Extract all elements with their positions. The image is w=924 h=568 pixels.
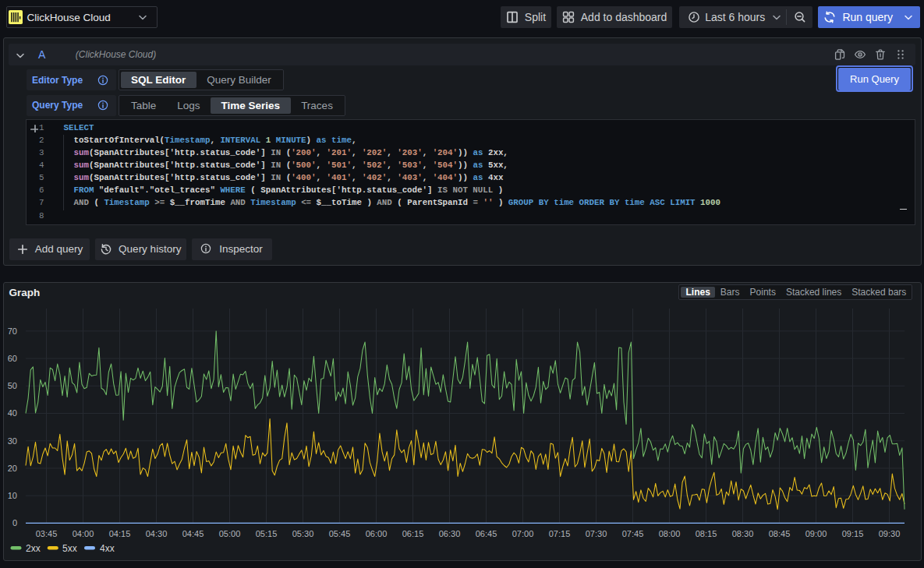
svg-text:03:45: 03:45 <box>36 529 58 538</box>
svg-text:07:30: 07:30 <box>586 529 607 538</box>
svg-text:2xx: 2xx <box>26 543 41 554</box>
svg-text:04:00: 04:00 <box>73 529 94 538</box>
svg-text:08:30: 08:30 <box>732 529 754 538</box>
svg-text:07:00: 07:00 <box>512 529 534 538</box>
svg-text:06:15: 06:15 <box>402 529 424 538</box>
svg-text:05:30: 05:30 <box>292 529 314 538</box>
svg-text:4xx: 4xx <box>100 543 115 554</box>
svg-text:10: 10 <box>8 491 17 500</box>
svg-text:0: 0 <box>12 518 17 527</box>
svg-text:70: 70 <box>8 326 17 336</box>
svg-text:09:15: 09:15 <box>842 529 864 538</box>
svg-text:07:15: 07:15 <box>549 529 571 538</box>
svg-text:08:45: 08:45 <box>769 529 791 538</box>
svg-text:05:45: 05:45 <box>329 529 351 538</box>
svg-text:06:30: 06:30 <box>439 529 461 538</box>
svg-text:07:45: 07:45 <box>622 529 644 538</box>
svg-text:08:15: 08:15 <box>696 529 717 538</box>
svg-text:06:45: 06:45 <box>476 529 497 538</box>
svg-text:09:00: 09:00 <box>805 529 827 538</box>
svg-text:04:15: 04:15 <box>109 529 131 538</box>
svg-text:04:30: 04:30 <box>146 529 168 538</box>
svg-text:09:30: 09:30 <box>879 529 901 538</box>
svg-text:04:45: 04:45 <box>182 529 204 538</box>
svg-text:40: 40 <box>8 408 17 418</box>
svg-text:50: 50 <box>8 381 17 390</box>
svg-text:30: 30 <box>8 436 17 446</box>
svg-text:05:00: 05:00 <box>219 529 241 538</box>
svg-text:08:00: 08:00 <box>659 529 681 538</box>
svg-text:06:00: 06:00 <box>366 529 388 538</box>
svg-text:20: 20 <box>8 464 17 473</box>
svg-text:5xx: 5xx <box>62 543 77 554</box>
svg-text:05:15: 05:15 <box>256 529 278 538</box>
svg-text:60: 60 <box>8 354 17 363</box>
